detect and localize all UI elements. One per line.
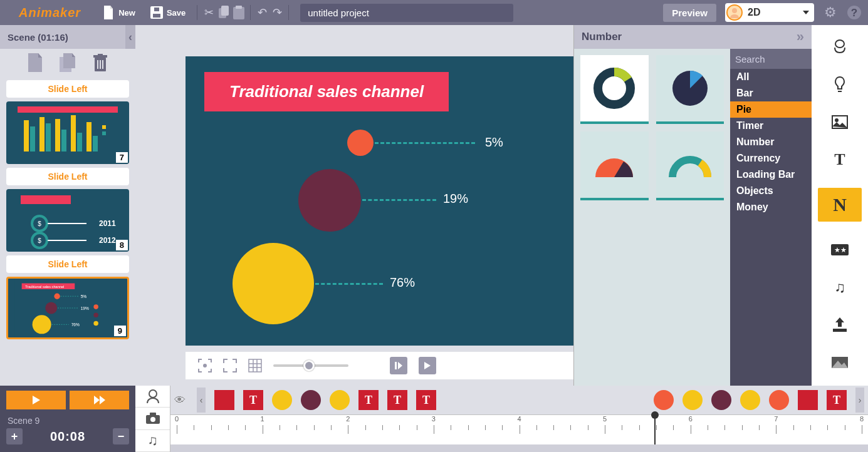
- svg-rect-73: [833, 329, 847, 332]
- cat-all[interactable]: All: [730, 69, 812, 85]
- play-all-button[interactable]: [70, 391, 129, 409]
- timeline-item[interactable]: [330, 390, 350, 410]
- help-icon[interactable]: ?: [847, 5, 862, 20]
- cat-money[interactable]: Money: [730, 199, 812, 215]
- scroll-left-icon[interactable]: ‹: [197, 388, 206, 413]
- cut-icon[interactable]: ✂: [202, 5, 215, 20]
- timeline-item-text[interactable]: T: [387, 390, 407, 410]
- bubble-5[interactable]: [347, 130, 374, 156]
- upload-icon[interactable]: [830, 316, 849, 334]
- timeline-item[interactable]: [740, 390, 760, 410]
- transition-item[interactable]: Slide Left: [6, 168, 129, 185]
- timeline-item[interactable]: [214, 390, 234, 410]
- play-scene-button[interactable]: [6, 391, 66, 409]
- timeline-item[interactable]: [301, 390, 321, 410]
- timeline-item-text[interactable]: T: [243, 390, 263, 410]
- svg-text:$: $: [38, 220, 41, 227]
- play-icon[interactable]: [419, 357, 436, 374]
- leader-line: [315, 283, 383, 285]
- cat-pie[interactable]: Pie: [730, 101, 812, 118]
- chart-template-gauge[interactable]: [656, 131, 724, 200]
- effects-icon[interactable]: ★★: [830, 240, 849, 259]
- bubble-label-19[interactable]: 19%: [443, 192, 468, 206]
- bubble-label-76[interactable]: 76%: [390, 275, 415, 290]
- center-icon[interactable]: [198, 359, 212, 372]
- timeline-item[interactable]: [798, 390, 818, 410]
- chart-template-pie[interactable]: [656, 55, 724, 124]
- time-minus-button[interactable]: −: [113, 428, 129, 444]
- cat-loadingbar[interactable]: Loading Bar: [730, 167, 812, 183]
- library-panel: Number » All Bar: [573, 25, 812, 386]
- characters-icon[interactable]: [830, 38, 849, 56]
- fullscreen-icon[interactable]: [223, 359, 237, 372]
- playhead[interactable]: [654, 415, 656, 444]
- preview-button[interactable]: Preview: [663, 4, 716, 22]
- music-icon[interactable]: ♫: [830, 278, 849, 297]
- collapse-panel-icon[interactable]: ‹: [125, 25, 135, 49]
- mode-select[interactable]: 2D: [725, 3, 814, 22]
- redo-icon[interactable]: ↷: [271, 5, 283, 20]
- cat-bar[interactable]: Bar: [730, 85, 812, 101]
- settings-icon[interactable]: ⚙: [824, 4, 837, 21]
- copy-icon[interactable]: [217, 5, 230, 20]
- svg-rect-24: [71, 115, 76, 152]
- svg-rect-12: [98, 54, 103, 56]
- timeline-item-text[interactable]: T: [416, 390, 436, 410]
- scene-thumb-7[interactable]: 7: [6, 101, 129, 164]
- add-scene-icon[interactable]: [25, 53, 45, 73]
- slider-thumb[interactable]: [303, 360, 315, 371]
- timeline-track[interactable]: 👁 ‹ T T T T T ›: [170, 386, 868, 414]
- new-button[interactable]: New: [96, 1, 142, 24]
- timeline-item-text[interactable]: T: [358, 390, 379, 410]
- collapse-library-icon[interactable]: »: [797, 29, 804, 45]
- svg-rect-77: [150, 413, 156, 416]
- time-plus-button[interactable]: +: [6, 428, 23, 444]
- project-title-input[interactable]: untitled project: [300, 4, 513, 22]
- chart-template-halfpie[interactable]: [580, 131, 649, 200]
- undo-icon[interactable]: ↶: [256, 5, 268, 20]
- timeline-item-text[interactable]: T: [827, 390, 847, 410]
- image-icon[interactable]: [830, 113, 849, 131]
- visibility-icon[interactable]: 👁: [174, 394, 186, 407]
- ruler-tick-label: 6: [689, 415, 693, 423]
- timeline-item[interactable]: [654, 390, 674, 410]
- bubble-76[interactable]: [233, 243, 314, 324]
- props-icon[interactable]: [830, 75, 849, 94]
- cat-timer[interactable]: Timer: [730, 118, 812, 134]
- chart-template-donut[interactable]: [580, 55, 649, 124]
- duplicate-scene-icon[interactable]: [58, 53, 78, 73]
- svg-point-55: [204, 364, 206, 367]
- svg-point-52: [93, 304, 98, 309]
- track-audio-icon[interactable]: ♫: [135, 430, 170, 452]
- track-camera-icon[interactable]: [135, 408, 170, 429]
- timeline-item[interactable]: [769, 390, 789, 410]
- timeline-item[interactable]: [272, 390, 292, 410]
- text-icon[interactable]: T: [830, 150, 849, 169]
- scene-thumb-8[interactable]: $ 2011 $ 2012 8: [6, 189, 129, 252]
- timeline-item[interactable]: [711, 390, 731, 410]
- scene-thumb-9[interactable]: Traditional sales channel 5% 19% 76% 9: [6, 277, 129, 339]
- new-label: New: [118, 8, 135, 18]
- background-icon[interactable]: [830, 353, 849, 372]
- transition-item[interactable]: Slide Left: [6, 80, 129, 98]
- scroll-right-icon[interactable]: ›: [855, 388, 864, 413]
- zoom-slider[interactable]: [273, 364, 348, 367]
- transition-item[interactable]: Slide Left: [6, 255, 129, 273]
- timeline-item[interactable]: [682, 390, 703, 410]
- scene-number: 7: [116, 152, 128, 163]
- step-play-icon[interactable]: [390, 357, 407, 374]
- cat-objects[interactable]: Objects: [730, 183, 812, 199]
- save-button[interactable]: Save: [144, 1, 192, 24]
- bubble-19[interactable]: [298, 169, 361, 232]
- track-character-icon[interactable]: [135, 386, 170, 408]
- timeline-ruler[interactable]: 012345678: [170, 414, 868, 444]
- scene-list: Slide Left 7 Slide Left: [0, 76, 135, 386]
- cat-number[interactable]: Number: [730, 134, 812, 150]
- slide-title[interactable]: Traditional sales channel: [204, 72, 449, 111]
- delete-scene-icon[interactable]: [90, 53, 110, 73]
- number-icon[interactable]: N: [818, 188, 862, 222]
- bubble-label-5[interactable]: 5%: [485, 135, 503, 150]
- grid-icon[interactable]: [248, 359, 262, 372]
- paste-icon[interactable]: [233, 5, 245, 20]
- cat-currency[interactable]: Currency: [730, 150, 812, 167]
